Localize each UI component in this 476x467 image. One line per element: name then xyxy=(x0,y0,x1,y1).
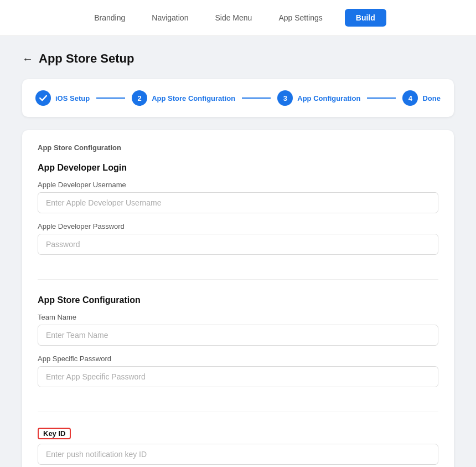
step-3-circle: 3 xyxy=(277,90,293,106)
nav-side-menu[interactable]: Side Menu xyxy=(210,11,256,24)
username-group: Apple Developer Username xyxy=(38,181,438,213)
step-2-circle: 2 xyxy=(132,90,147,106)
key-section: Key ID Key File Choose File No file chos… xyxy=(38,428,438,467)
password-label: Apple Developer Password xyxy=(38,222,438,230)
stepper: iOS Setup 2 App Store Configuration 3 Ap… xyxy=(22,79,454,117)
step-connector-3 xyxy=(367,97,396,99)
top-nav: Branding Navigation Side Menu App Settin… xyxy=(0,0,476,36)
app-password-input[interactable] xyxy=(38,366,438,387)
step-done: 4 Done xyxy=(402,90,441,106)
username-input[interactable] xyxy=(38,192,438,213)
step-4-label: Done xyxy=(422,94,441,102)
app-password-label: App Specific Password xyxy=(38,355,438,363)
step-app-config: 3 App Configuration xyxy=(277,90,360,106)
key-id-label: Key ID xyxy=(38,428,71,439)
key-id-input[interactable] xyxy=(38,444,438,465)
store-config-section: App Store Configuration Team Name App Sp… xyxy=(38,295,438,412)
store-config-title: App Store Configuration xyxy=(38,295,438,305)
step-app-store-config: 2 App Store Configuration xyxy=(132,90,235,106)
password-input[interactable] xyxy=(38,234,438,255)
step-3-label: App Configuration xyxy=(297,94,360,102)
developer-login-title: App Developer Login xyxy=(38,163,438,173)
team-name-group: Team Name xyxy=(38,313,438,346)
step-2-label: App Store Configuration xyxy=(152,94,235,102)
check-icon xyxy=(39,94,47,102)
nav-branding[interactable]: Branding xyxy=(90,11,130,24)
back-arrow[interactable]: ← xyxy=(22,53,33,65)
step-1-label: iOS Setup xyxy=(55,94,90,102)
nav-app-settings[interactable]: App Settings xyxy=(274,11,327,24)
section-title: App Store Configuration xyxy=(38,143,438,152)
developer-login-section: App Developer Login Apple Developer User… xyxy=(38,163,438,280)
nav-navigation[interactable]: Navigation xyxy=(147,11,193,24)
main-card: App Store Configuration App Developer Lo… xyxy=(22,130,454,467)
build-button[interactable]: Build xyxy=(345,9,386,27)
page-title: App Store Setup xyxy=(39,52,134,66)
team-name-label: Team Name xyxy=(38,313,438,321)
step-1-circle xyxy=(35,90,51,106)
username-label: Apple Developer Username xyxy=(38,181,438,189)
page-content: ← App Store Setup iOS Setup 2 App Store … xyxy=(11,36,465,467)
team-name-input[interactable] xyxy=(38,325,438,346)
step-ios-setup: iOS Setup xyxy=(35,90,90,106)
app-password-group: App Specific Password xyxy=(38,355,438,387)
key-id-group: Key ID xyxy=(38,428,438,465)
password-group: Apple Developer Password xyxy=(38,222,438,255)
page-header: ← App Store Setup xyxy=(22,52,454,66)
step-connector-2 xyxy=(242,97,271,99)
step-connector-1 xyxy=(96,97,125,99)
step-4-circle: 4 xyxy=(402,90,418,106)
